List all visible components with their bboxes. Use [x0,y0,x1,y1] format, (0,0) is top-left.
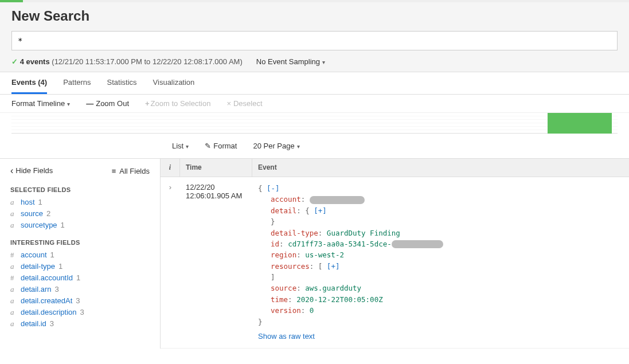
format-timeline-dropdown[interactable]: Format Timeline [11,99,70,108]
result-tabs: Events (4) Patterns Statistics Visualiza… [0,72,629,95]
event-timestamp: 12/22/20 12:06:01.905 AM [180,177,252,348]
redacted-id-suffix [392,240,443,248]
field-row[interactable]: #detail.accountId1 [10,272,150,284]
search-input[interactable] [11,31,618,50]
field-count: 1 [61,221,65,229]
field-name[interactable]: detail.accountId [21,273,73,282]
fields-sidebar: Hide Fields All Fields SELECTED FIELDS a… [0,159,161,349]
field-row[interactable]: asource2 [10,208,150,220]
status-summary: ✓ 4 events (12/21/20 11:53:17.000 PM to … [11,57,243,66]
deselect-button: Deselect [226,99,262,108]
field-name[interactable]: detail.description [21,308,77,316]
field-count: 2 [46,209,50,218]
tab-patterns[interactable]: Patterns [63,72,91,94]
field-type-icon: a [10,221,17,230]
field-type-icon: # [10,273,17,283]
event-json: { [-] account: detail: { [+] } detail-ty… [252,177,629,348]
field-type-icon: # [10,251,17,260]
field-name[interactable]: host [21,198,35,206]
field-count: 3 [80,308,84,316]
format-button[interactable]: Format [205,142,237,150]
field-name[interactable]: detail.id [21,319,46,328]
field-type-icon: a [10,285,17,294]
event-row: › 12/22/20 12:06:01.905 AM { [-] account… [161,177,629,349]
field-count: 1 [38,198,42,206]
page-title: New Search [11,8,618,24]
field-row[interactable]: adetail-type1 [10,261,150,272]
redacted-account [310,196,365,204]
event-sampling-dropdown[interactable]: No Event Sampling [256,57,325,66]
field-name[interactable]: detail.arn [21,285,51,293]
field-count: 1 [50,251,54,259]
event-count: 4 events [20,57,50,66]
field-count: 1 [76,273,80,282]
field-name[interactable]: sourcetype [21,221,57,229]
field-count: 3 [76,296,80,305]
field-count: 3 [54,285,58,293]
expand-row-button[interactable]: › [161,177,180,348]
field-row[interactable]: #account1 [10,249,150,261]
timeline-chart[interactable] [11,113,618,134]
zoom-out-button[interactable]: Zoom Out [86,99,129,108]
tab-visualization[interactable]: Visualization [153,72,195,94]
field-row[interactable]: ahost1 [10,197,150,208]
hide-fields-button[interactable]: Hide Fields [10,166,53,176]
timeline-bar-segment[interactable] [548,113,612,134]
expand-detail-toggle[interactable]: [+] [314,206,327,215]
col-header-info: i [161,159,180,177]
field-type-icon: a [10,296,17,306]
field-name[interactable]: source [21,209,43,218]
field-row[interactable]: asourcetype1 [10,220,150,231]
check-icon: ✓ [11,57,18,66]
events-table: i Time Event › 12/22/20 12:06:01.905 AM … [161,159,629,349]
field-row[interactable]: adetail.id3 [10,318,150,330]
collapse-toggle[interactable]: [-] [267,184,280,193]
selected-fields-heading: SELECTED FIELDS [10,186,150,193]
per-page-dropdown[interactable]: 20 Per Page [253,142,299,150]
field-row[interactable]: adetail.createdAt3 [10,295,150,307]
field-count: 3 [50,319,54,328]
time-range: (12/21/20 11:53:17.000 PM to 12/22/20 12… [52,57,242,66]
expand-resources-toggle[interactable]: [+] [327,262,340,271]
zoom-to-selection-button: Zoom to Selection [145,99,210,108]
field-type-icon: a [10,209,17,218]
field-row[interactable]: adetail.arn3 [10,284,150,295]
field-type-icon: a [10,198,17,207]
tab-events[interactable]: Events (4) [11,72,47,94]
all-fields-button[interactable]: All Fields [112,167,150,175]
col-header-time[interactable]: Time [180,159,252,177]
view-mode-dropdown[interactable]: List [172,142,189,150]
field-type-icon: a [10,262,17,271]
field-name[interactable]: account [21,251,47,259]
field-type-icon: a [10,308,17,317]
tab-statistics[interactable]: Statistics [107,72,137,94]
interesting-fields-heading: INTERESTING FIELDS [10,239,150,246]
field-row[interactable]: adetail.description3 [10,307,150,318]
field-type-icon: a [10,319,17,328]
col-header-event: Event [252,159,629,177]
field-count: 1 [58,262,62,271]
field-name[interactable]: detail.createdAt [21,296,72,305]
field-name[interactable]: detail-type [21,262,55,271]
show-raw-text-link[interactable]: Show as raw text [258,331,315,342]
